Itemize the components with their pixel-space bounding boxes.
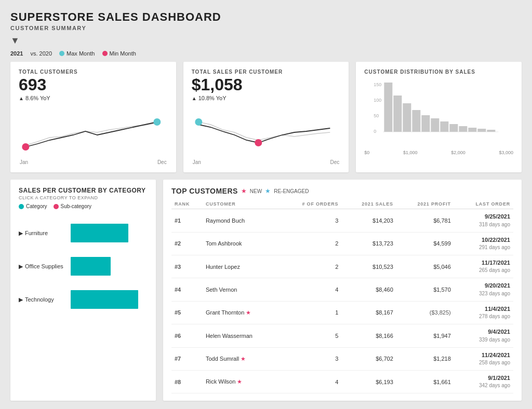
row-profit: ($3,825) (396, 301, 454, 324)
row-profit: $6,781 (396, 209, 454, 232)
categories-subtitle: CLICK A CATEGORY TO EXPAND (19, 195, 148, 200)
sales-x-start: Jan (193, 159, 201, 165)
row-orders: 2 (280, 255, 341, 278)
sales-chart-x-labels: Jan Dec (192, 159, 341, 165)
dashboard-title: SUPERSTORE SALES DASHBOARD (10, 10, 522, 24)
table-row: #6 Helen Wasserman 5 $8,166 $1,947 9/4/2… (171, 324, 513, 347)
row-rank: #8 (171, 370, 203, 393)
table-row: #3 Hunter Lopez 2 $10,523 $5,046 11/17/2… (171, 255, 513, 278)
order-date: 9/25/2021 (457, 213, 510, 221)
hist-x-1000: $1,000 (403, 150, 418, 155)
total-sales-label: TOTAL SALES PER CUSTOMER (192, 69, 341, 75)
row-orders: 5 (280, 324, 341, 347)
col-last-order: LAST ORDER (454, 199, 513, 209)
categories-card[interactable]: SALES PER CUSTOMER BY CATEGORY CLICK A C… (10, 180, 156, 401)
technology-label: ▶ Technology (19, 296, 71, 303)
sales-yoy-text: 10.8% YoY (198, 95, 227, 101)
hist-x-0: $0 (364, 150, 369, 155)
row-rank: #6 (171, 324, 203, 347)
table-row: #2 Tom Ashbrook 2 $13,723 $4,599 10/22/2… (171, 232, 513, 255)
row-last-order: 11/24/2021 258 days ago (454, 347, 513, 370)
row-last-order: 9/25/2021 318 days ago (454, 209, 513, 232)
total-sales-card: TOTAL SALES PER CUSTOMER $1,058 ▲ 10.8% … (183, 62, 349, 172)
order-date: 11/17/2021 (457, 259, 510, 267)
row-last-order: 10/22/2021 291 days ago (454, 232, 513, 255)
order-days: 339 days ago (457, 336, 510, 344)
distribution-card: CUSTOMER DISTRIBUTION BY SALES 150 100 5… (356, 62, 522, 172)
histogram: 150 100 50 0 $0 (364, 80, 513, 155)
row-customer: Rick Wilson ★ (203, 370, 280, 393)
order-days: 265 days ago (457, 267, 510, 274)
new-star: ★ (246, 309, 251, 316)
office-triangle: ▶ (19, 263, 23, 270)
row-rank: #1 (171, 209, 203, 232)
furniture-bar (71, 224, 128, 242)
sales-chart (192, 106, 341, 158)
svg-rect-18 (478, 129, 486, 132)
filter-icon[interactable]: ▼ (10, 35, 522, 46)
row-customer: Seth Vernon (203, 278, 280, 301)
category-row-technology[interactable]: ▶ Technology (19, 290, 148, 309)
bottom-row: SALES PER CUSTOMER BY CATEGORY CLICK A C… (10, 180, 522, 401)
row-orders: 2 (280, 232, 341, 255)
row-orders: 1 (280, 301, 341, 324)
svg-point-3 (195, 118, 202, 126)
order-days: 291 days ago (457, 244, 510, 251)
category-row-furniture[interactable]: ▶ Furniture (19, 224, 148, 242)
svg-rect-16 (459, 126, 468, 132)
hist-x-2000: $2,000 (451, 150, 466, 155)
sales-yoy-arrow: ▲ (192, 96, 197, 101)
order-days: 258 days ago (457, 359, 510, 366)
row-profit: $1,947 (396, 324, 454, 347)
row-last-order: 9/4/2021 339 days ago (454, 324, 513, 347)
new-legend: NEW (250, 188, 262, 194)
row-sales: $8,460 (341, 278, 396, 301)
category-row-office[interactable]: ▶ Office Supplies (19, 257, 148, 276)
legend-year: 2021 (10, 50, 23, 57)
row-profit: $1,661 (396, 370, 454, 393)
row-rank: #7 (171, 347, 203, 370)
office-text: Office Supplies (25, 263, 63, 269)
row-orders: 3 (280, 347, 341, 370)
row-customer: Tom Ashbrook (203, 232, 280, 255)
furniture-bar-container (71, 224, 148, 242)
svg-rect-9 (394, 96, 402, 132)
svg-rect-14 (441, 121, 449, 132)
order-days: 323 days ago (457, 290, 510, 297)
distribution-label: CUSTOMER DISTRIBUTION BY SALES (364, 69, 513, 75)
categories-legend: Category Sub-category (19, 203, 148, 209)
svg-point-2 (255, 139, 262, 146)
svg-rect-12 (422, 115, 430, 132)
col-rank: RANK (171, 199, 203, 209)
col-orders: # OF ORDERS (280, 199, 341, 209)
svg-point-0 (22, 143, 29, 151)
cat-legend-subcategory-label: Sub-category (61, 203, 91, 209)
row-customer: Grant Thornton ★ (203, 301, 280, 324)
row-last-order: 9/1/2021 342 days ago (454, 370, 513, 393)
sales-x-end: Dec (330, 159, 340, 165)
top-customers-table: RANK CUSTOMER # OF ORDERS 2021 SALES 202… (171, 199, 513, 393)
reengaged-legend: RE-ENGAGED (274, 188, 309, 194)
row-customer: Hunter Lopez (203, 255, 280, 278)
row-profit: $4,599 (396, 232, 454, 255)
order-date: 11/24/2021 (457, 351, 510, 359)
order-date: 9/1/2021 (457, 374, 510, 382)
row-customer: Raymond Buch (203, 209, 280, 232)
furniture-triangle: ▶ (19, 230, 23, 237)
new-star: ★ (241, 356, 246, 362)
max-month-dot (59, 51, 64, 56)
total-customers-label: TOTAL CUSTOMERS (19, 69, 168, 75)
row-orders: 3 (280, 209, 341, 232)
legend-vs: vs. 2020 (30, 50, 52, 57)
svg-text:50: 50 (374, 113, 379, 118)
table-row: #1 Raymond Buch 3 $14,203 $6,781 9/25/20… (171, 209, 513, 232)
x-start-label: Jan (20, 159, 28, 165)
table-row: #5 Grant Thornton ★ 1 $8,167 ($3,825) 11… (171, 301, 513, 324)
order-date: 10/22/2021 (457, 236, 510, 244)
order-days: 318 days ago (457, 221, 510, 228)
cat-legend-category-label: Category (26, 203, 47, 209)
row-rank: #5 (171, 301, 203, 324)
hist-x-3000: $3,000 (499, 150, 513, 155)
row-sales: $10,523 (341, 255, 396, 278)
order-date: 9/4/2021 (457, 328, 510, 336)
